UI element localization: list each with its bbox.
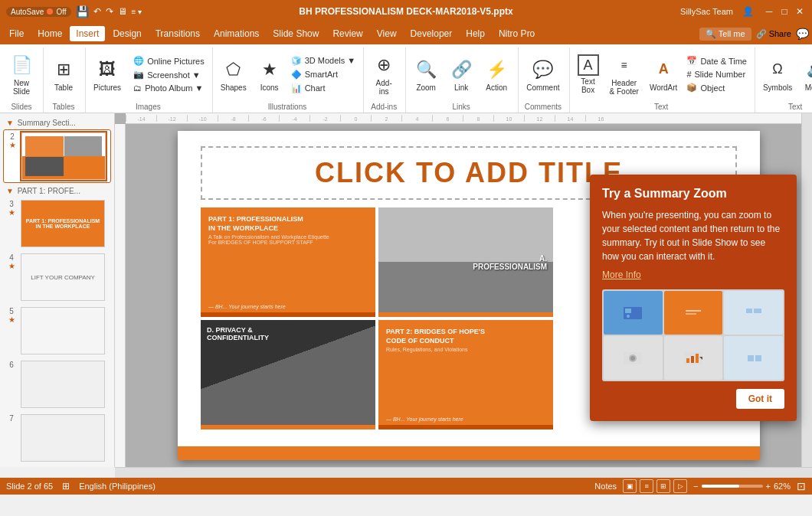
menu-home[interactable]: Home: [31, 26, 68, 41]
grid-view-icon[interactable]: ⊞: [656, 479, 670, 493]
photo-album-button[interactable]: 🗂 Photo Album ▼: [130, 82, 208, 94]
notes-button[interactable]: Notes: [594, 482, 617, 491]
reading-view-icon[interactable]: ▷: [673, 479, 687, 493]
outline-view-icon[interactable]: ≡: [640, 479, 653, 493]
media-button[interactable]: 🔊 Media: [798, 48, 812, 100]
scroll-bottom[interactable]: [115, 467, 812, 478]
menu-file[interactable]: File: [3, 26, 30, 41]
shapes-button[interactable]: ⬠ Shapes: [216, 48, 251, 100]
screenshot-button[interactable]: 📷 Screenshot ▼: [130, 68, 208, 81]
menu-review[interactable]: Review: [326, 26, 368, 41]
slide-block-1[interactable]: PART 1: PROFESSIONALISMIN THE WORKPLACE …: [201, 207, 375, 317]
zoom-button[interactable]: 🔍 Zoom: [409, 48, 443, 100]
slide-block-2[interactable]: A.PROFESSIONALISM: [378, 207, 553, 317]
online-pictures-button[interactable]: 🌐 Online Pictures: [130, 54, 208, 67]
menu-insert[interactable]: Insert: [70, 26, 105, 41]
click-to-add-title: CLICK TO ADD TITLE: [315, 157, 623, 189]
block4-subtitle: Rules, Regulations, and Violations: [386, 347, 545, 352]
svg-rect-19: [755, 355, 761, 361]
slide-thumb-3[interactable]: 3 ★ PART 1: PROFESSIONALISMIN THE WORKPL…: [3, 198, 111, 250]
ribbon-group-text: A TextBox ≡ Header& Footer A WordArt 📅 D…: [571, 47, 755, 113]
save-icon[interactable]: 💾: [76, 5, 89, 18]
menu-design[interactable]: Design: [106, 26, 147, 41]
slide-panel: ▼ Summary Secti... 2 ★: [0, 113, 115, 467]
redo-icon[interactable]: ↷: [106, 6, 113, 17]
textbox-button[interactable]: A TextBox: [573, 48, 604, 100]
text-buttons: A TextBox ≡ Header& Footer A WordArt 📅 D…: [573, 47, 750, 101]
ribbon-group-illustrations: ⬠ Shapes ★ Icons 🧊 3D Models ▼ 🔷 SmartAr…: [214, 47, 364, 113]
comments-buttons: 💬 Comment: [522, 47, 564, 101]
slide-thumb-8[interactable]: 8: [3, 465, 111, 467]
window-controls: ─ □ ✕: [763, 5, 806, 18]
slide-thumb-2[interactable]: 2 ★: [3, 129, 111, 183]
tooltip-title: Try a Summary Zoom: [602, 187, 784, 201]
slide-thumb-7[interactable]: 7: [3, 412, 111, 464]
shapes-label: Shapes: [221, 83, 247, 92]
got-it-button[interactable]: Got it: [736, 389, 784, 409]
slide-block-4[interactable]: PART 2: BRIDGES OF HOPE'SCODE OF CONDUCT…: [378, 320, 553, 429]
slide-block-3[interactable]: D. PRIVACY &CONFIDENTIALITY: [201, 320, 375, 429]
more-info-link[interactable]: More Info: [602, 269, 784, 280]
zoom-level[interactable]: 62%: [774, 482, 791, 491]
object-button[interactable]: 📦 Object: [683, 81, 750, 94]
autosave-toggle[interactable]: AutoSave Off: [6, 7, 71, 17]
new-slide-button[interactable]: 📄 NewSlide: [5, 48, 38, 100]
block2-title: A.PROFESSIONALISM: [473, 254, 547, 271]
comment-button[interactable]: 💬 Comment: [522, 48, 564, 100]
menu-nitro[interactable]: Nitro Pro: [493, 26, 541, 41]
minimize-button[interactable]: ─: [763, 5, 775, 18]
share-icon[interactable]: 👤: [742, 6, 754, 17]
menu-developer[interactable]: Developer: [404, 26, 459, 41]
menu-transitions[interactable]: Transitions: [149, 26, 206, 41]
comments-icon[interactable]: 💬: [796, 28, 809, 40]
monitor-icon[interactable]: 🖥: [118, 6, 127, 17]
symbols-button[interactable]: Ω Symbols: [758, 48, 797, 100]
menu-view[interactable]: View: [371, 26, 403, 41]
photo-album-icon: 🗂: [133, 83, 142, 93]
slide-thumb-5[interactable]: 5 ★: [3, 305, 111, 357]
close-button[interactable]: ✕: [794, 5, 806, 18]
zoom-in-icon[interactable]: +: [766, 482, 771, 491]
icons-button[interactable]: ★ Icons: [253, 48, 286, 100]
links-buttons: 🔍 Zoom 🔗 Link ⚡ Action: [409, 47, 513, 101]
zoom-slider[interactable]: [702, 485, 763, 488]
addins-button[interactable]: ⊕ Add-ins: [367, 48, 401, 100]
new-slide-icon: 📄: [9, 53, 34, 77]
pictures-button[interactable]: 🖼 Pictures: [89, 48, 126, 100]
section-label-2: ▼ PART 1: PROFE...: [3, 185, 111, 198]
slide-num-button[interactable]: # Slide Number: [683, 68, 750, 80]
wordart-button[interactable]: A WordArt: [645, 48, 683, 100]
slide-2-star: ★: [9, 141, 16, 149]
ribbon-group-images: 🖼 Pictures 🌐 Online Pictures 📷 Screensho…: [87, 47, 213, 113]
fit-slide-icon[interactable]: ⊡: [797, 480, 806, 492]
menu-help[interactable]: Help: [460, 26, 491, 41]
scroll-right[interactable]: [801, 113, 812, 467]
table-button[interactable]: ⊞ Table: [47, 48, 80, 100]
undo-icon[interactable]: ↶: [93, 6, 101, 17]
action-button[interactable]: ⚡ Action: [480, 48, 513, 100]
3d-models-button[interactable]: 🧊 3D Models ▼: [288, 54, 359, 67]
ribbon-group-symbols-media: Ω Symbols 🔊 Media Text: [757, 47, 812, 113]
share-button[interactable]: 🔗 Share: [756, 29, 791, 39]
slide-thumb-4[interactable]: 4 ★ LIFT YOUR COMPANY: [3, 251, 111, 303]
new-slide-label: NewSlide: [13, 79, 30, 96]
zoom-out-icon[interactable]: −: [693, 482, 698, 491]
date-time-button[interactable]: 📅 Date & Time: [683, 54, 750, 67]
title-bar-left: AutoSave Off 💾 ↶ ↷ 🖥 ≡ ▾: [6, 5, 142, 18]
menu-slideshow[interactable]: Slide Show: [267, 26, 325, 41]
normal-view-icon[interactable]: ▣: [623, 479, 637, 493]
title-bar-right: SillySac Team 👤 ─ □ ✕: [680, 5, 806, 18]
slides-buttons: 📄 NewSlide: [5, 47, 38, 101]
addins-group-label: Add-ins: [367, 101, 401, 113]
media-icon: 🔊: [803, 57, 812, 82]
smartart-button[interactable]: 🔷 SmartArt: [288, 68, 359, 81]
preview-cell-2: [664, 291, 723, 335]
link-button[interactable]: 🔗 Link: [444, 48, 478, 100]
restore-button[interactable]: □: [778, 5, 791, 18]
chart-button[interactable]: 📊 Chart: [288, 82, 359, 95]
slide-thumb-6[interactable]: 6: [3, 358, 111, 410]
menu-animations[interactable]: Animations: [208, 26, 265, 41]
header-footer-button[interactable]: ≡ Header& Footer: [605, 48, 643, 100]
quick-access-more[interactable]: ≡ ▾: [132, 8, 142, 16]
tell-me-input[interactable]: 🔍 Tell me: [699, 28, 751, 41]
